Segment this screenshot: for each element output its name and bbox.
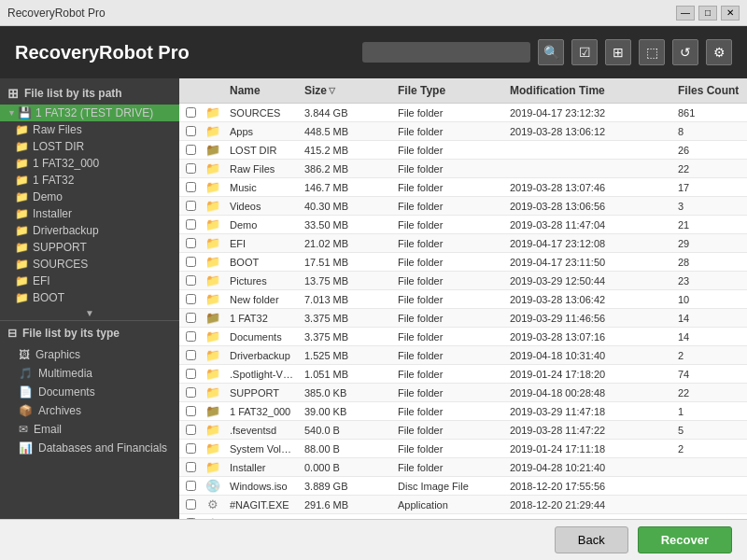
row-modified: 2019-04-17 23:11:50 xyxy=(504,255,672,270)
row-checkbox[interactable] xyxy=(179,105,202,119)
sidebar-item-rawfiles[interactable]: 📁 Raw Files xyxy=(0,121,179,138)
sidebar-item-boot[interactable]: 📁 BOOT xyxy=(0,289,179,306)
col-type[interactable]: File Type xyxy=(392,82,504,99)
table-row[interactable]: 📁 Raw Files 386.2 MB File folder 22 xyxy=(179,160,747,178)
table-row[interactable]: 📁 Installer 0.000 B File folder 2019-04-… xyxy=(179,458,747,477)
row-checkbox[interactable] xyxy=(179,311,202,325)
maximize-button[interactable]: □ xyxy=(698,6,717,21)
row-modified: 2019-03-29 11:46:56 xyxy=(504,311,672,326)
close-button[interactable]: ✕ xyxy=(721,6,740,21)
file-type-icon: 📁 xyxy=(205,404,220,418)
table-row[interactable]: 📁 LOST DIR 415.2 MB File folder 26 xyxy=(179,141,747,160)
row-checkbox[interactable] xyxy=(179,329,202,343)
sidebar-item-fat32[interactable]: 📁 1 FAT32 xyxy=(0,172,179,189)
row-checkbox[interactable] xyxy=(179,199,202,213)
table-row[interactable]: 📁 Documents 3.375 MB File folder 2019-03… xyxy=(179,328,747,346)
row-icon: 📁 xyxy=(202,309,224,327)
col-size[interactable]: Size ▽ xyxy=(299,82,392,99)
row-checkbox[interactable] xyxy=(179,367,202,381)
row-checkbox[interactable] xyxy=(179,385,202,399)
sidebar-item-lostdir[interactable]: 📁 LOST DIR xyxy=(0,138,179,155)
row-checkbox[interactable] xyxy=(179,497,202,511)
row-checkbox[interactable] xyxy=(179,404,202,418)
sidebar-item-sources[interactable]: 📁 SOURCES xyxy=(0,256,179,273)
recover-button[interactable]: Recover xyxy=(638,526,732,553)
table-row[interactable]: 📁 Pictures 13.75 MB File folder 2019-03-… xyxy=(179,272,747,290)
row-checkbox[interactable] xyxy=(179,255,202,269)
table-row[interactable]: 📁 EFI 21.02 MB File folder 2019-04-17 23… xyxy=(179,234,747,253)
table-row[interactable]: 📁 .fseventsd 540.0 B File folder 2019-03… xyxy=(179,421,747,440)
settings-button[interactable]: ⚙ xyxy=(706,39,732,65)
table-row[interactable]: 📁 .Spotlight-V100 1.051 MB File folder 2… xyxy=(179,365,747,384)
row-checkbox[interactable] xyxy=(179,460,202,474)
back-button[interactable]: Back xyxy=(555,526,628,553)
sidebar-item-email[interactable]: ✉ Email xyxy=(0,420,179,439)
row-checkbox[interactable] xyxy=(179,348,202,362)
row-checkbox[interactable] xyxy=(179,236,202,250)
table-row[interactable]: 💿 Windows.iso 3.889 GB Disc Image File 2… xyxy=(179,477,747,496)
row-checkbox[interactable] xyxy=(179,423,202,437)
table-row[interactable]: 📁 Demo 33.50 MB File folder 2019-03-28 1… xyxy=(179,216,747,234)
row-checkbox[interactable] xyxy=(179,180,202,194)
sidebar-item-installer[interactable]: 📁 Installer xyxy=(0,205,179,222)
row-type: File folder xyxy=(392,348,504,363)
row-name: Apps xyxy=(224,124,299,139)
col-name[interactable]: Name xyxy=(224,82,299,99)
check-button[interactable]: ☑ xyxy=(571,39,598,65)
row-checkbox[interactable] xyxy=(179,124,202,138)
col-count[interactable]: Files Count xyxy=(672,82,747,99)
sidebar-item-documents[interactable]: 📄 Documents xyxy=(0,383,179,401)
sidebar-item-demo[interactable]: 📁 Demo xyxy=(0,189,179,205)
table-row[interactable]: 📁 BOOT 17.51 MB File folder 2019-04-17 2… xyxy=(179,253,747,272)
sidebar-item-support[interactable]: 📁 SUPPORT xyxy=(0,239,179,256)
main-layout: ⊞ File list by its path ▼ 💾 1 FAT32 (TES… xyxy=(0,78,747,519)
export-button[interactable]: ⬚ xyxy=(639,39,665,65)
scroll-indicator[interactable]: ▼ xyxy=(0,306,179,320)
header: RecoveryRobot Pro 🔍 ☑ ⊞ ⬚ ↺ ⚙ xyxy=(0,26,747,78)
row-checkbox[interactable] xyxy=(179,441,202,455)
row-checkbox[interactable] xyxy=(179,273,202,287)
row-checkbox[interactable] xyxy=(179,143,202,157)
table-row[interactable]: 📁 System Volume Information 88.00 B File… xyxy=(179,440,747,458)
table-row[interactable]: 📁 1 FAT32_000 39.00 KB File folder 2019-… xyxy=(179,402,747,421)
table-row[interactable]: 📁 New folder 7.013 MB File folder 2019-0… xyxy=(179,290,747,309)
refresh-button[interactable]: ↺ xyxy=(672,39,698,65)
file-table-header: Name Size ▽ File Type Modification Time … xyxy=(179,78,747,104)
file-type-icon: 📁 xyxy=(205,105,220,119)
row-name: SOURCES xyxy=(224,105,299,120)
minimize-button[interactable]: — xyxy=(676,6,695,21)
sidebar-item-drive[interactable]: ▼ 💾 1 FAT32 (TEST DRIVE) xyxy=(0,105,179,121)
sidebar-label-archives: Archives xyxy=(38,404,81,417)
row-checkbox[interactable] xyxy=(179,161,202,175)
search-button[interactable]: 🔍 xyxy=(538,39,564,65)
row-checkbox[interactable] xyxy=(179,217,202,231)
sidebar-label-demo: Demo xyxy=(33,190,63,203)
row-icon: 📁 xyxy=(202,458,224,476)
sidebar-item-efi[interactable]: 📁 EFI xyxy=(0,273,179,289)
table-row[interactable]: 📁 Videos 40.30 MB File folder 2019-03-28… xyxy=(179,197,747,216)
col-modified[interactable]: Modification Time xyxy=(504,82,672,99)
search-input[interactable] xyxy=(362,42,530,63)
row-name: BOOT xyxy=(224,255,299,270)
row-size: 0.000 B xyxy=(299,460,392,475)
sidebar-item-databases[interactable]: 📊 Databases and Financials xyxy=(0,439,179,457)
table-row[interactable]: 📁 Apps 448.5 MB File folder 2019-03-28 1… xyxy=(179,122,747,141)
sidebar-item-fat32000[interactable]: 📁 1 FAT32_000 xyxy=(0,155,179,172)
sidebar-item-multimedia[interactable]: 🎵 Multimedia xyxy=(0,364,179,383)
table-row[interactable]: 📁 SUPPORT 385.0 KB File folder 2019-04-1… xyxy=(179,384,747,402)
sidebar-item-driverbackup[interactable]: 📁 Driverbackup xyxy=(0,222,179,239)
table-row[interactable]: 📁 Music 146.7 MB File folder 2019-03-28 … xyxy=(179,178,747,197)
table-row[interactable]: 📁 1 FAT32 3.375 MB File folder 2019-03-2… xyxy=(179,309,747,328)
row-type: File folder xyxy=(392,311,504,326)
table-row[interactable]: 📁 SOURCES 3.844 GB File folder 2019-04-1… xyxy=(179,104,747,122)
sidebar-item-graphics[interactable]: 🖼 Graphics xyxy=(0,345,179,364)
row-checkbox[interactable] xyxy=(179,479,202,493)
sidebar-item-archives[interactable]: 📦 Archives xyxy=(0,401,179,420)
table-row[interactable]: ⚙ #NAGIT.EXE 291.6 MB Application 2018-1… xyxy=(179,496,747,514)
table-row[interactable]: 📁 Driverbackup 1.525 MB File folder 2019… xyxy=(179,346,747,365)
row-modified: 2019-03-29 12:50:44 xyxy=(504,273,672,288)
file-type-icon: 📁 xyxy=(205,329,220,343)
row-checkbox[interactable] xyxy=(179,292,202,306)
file-type-icon: 📁 xyxy=(205,292,220,306)
grid-button[interactable]: ⊞ xyxy=(605,39,631,65)
